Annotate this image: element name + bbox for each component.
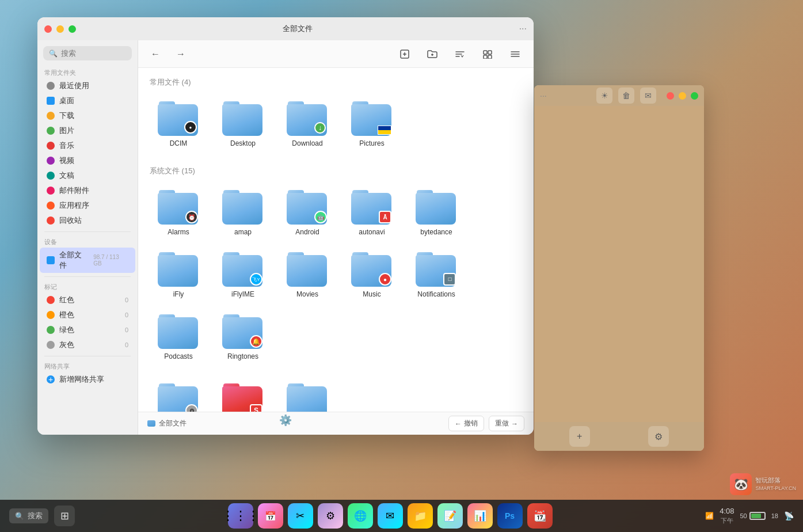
sticky-delete-button[interactable]: 🗑 <box>618 88 634 104</box>
sidebar-tag-gray[interactable]: 灰色 0 <box>40 337 135 352</box>
folder-autonavi[interactable]: Ā autonavi <box>343 185 401 241</box>
taskbar-multiwindow-button[interactable]: ⊞ <box>54 506 75 526</box>
search-box[interactable]: 🔍 <box>43 46 132 60</box>
sticky-dots[interactable]: ··· <box>540 91 547 100</box>
folder-iflyime[interactable]: 飞Y iFlyIME <box>214 248 272 303</box>
folder-desktop-icon <box>222 101 264 136</box>
forward-button[interactable]: → <box>173 46 189 62</box>
folder-bytedance-label: bytedance <box>420 228 452 236</box>
sidebar-label-trash: 回收站 <box>59 215 82 226</box>
dock-app-files[interactable]: 📁 <box>408 503 433 529</box>
new-folder-button[interactable] <box>423 45 442 63</box>
taskbar-search-label: 搜索 <box>28 511 43 521</box>
sidebar-tag-red[interactable]: 红色 0 <box>40 292 135 307</box>
folder-autonavi-label: autonavi <box>359 228 385 236</box>
dock-app-messenger[interactable]: ✉ <box>378 503 403 529</box>
more-options-icon[interactable]: ··· <box>519 24 527 34</box>
folder-extra3-icon <box>287 383 328 412</box>
svg-rect-3 <box>484 55 487 59</box>
sidebar-item-pictures[interactable]: 图片 <box>40 123 135 138</box>
dock-app-notes[interactable]: 📝 <box>437 503 463 529</box>
sidebar-tag-green[interactable]: 绿色 0 <box>40 322 135 337</box>
sidebar-section-device: 设备 <box>37 235 138 248</box>
folder-podcasts-label: Podcasts <box>164 352 192 360</box>
sidebar-tag-orange[interactable]: 橙色 0 <box>40 307 135 322</box>
dock-app-calendar[interactable]: 📅 <box>258 503 283 529</box>
folder-download[interactable]: ↓ Download <box>279 97 336 152</box>
folder-dcim[interactable]: ● DCIM <box>150 97 207 152</box>
sticky-add-button[interactable]: + <box>569 426 590 447</box>
folder-podcasts[interactable]: Podcasts <box>150 310 207 365</box>
sidebar-item-music[interactable]: 音乐 <box>40 138 135 153</box>
close-button[interactable] <box>44 25 52 33</box>
sticky-min[interactable] <box>679 92 686 100</box>
trash-icon <box>47 216 55 225</box>
new-file-button[interactable] <box>395 45 414 63</box>
dock-app-capture[interactable]: ✂ <box>288 503 313 529</box>
folder-bytedance[interactable]: bytedance <box>408 185 465 241</box>
music-icon <box>47 142 55 150</box>
titlebar: 全部文件 ··· <box>37 17 534 40</box>
folder-amap[interactable]: amap <box>214 185 272 241</box>
path-label: 全部文件 <box>159 419 187 428</box>
redo-button[interactable]: 重做 → <box>489 416 524 431</box>
dock-app-settings[interactable]: ⚙ <box>318 503 343 529</box>
minimize-button[interactable] <box>56 25 64 33</box>
sidebar-item-email-attachments[interactable]: 邮件附件 <box>40 183 135 198</box>
folder-extra2[interactable]: S <box>214 379 272 412</box>
alarms-badge: ⏰ <box>185 211 198 223</box>
tag-orange-icon <box>47 311 55 319</box>
folder-extra1-icon: ⚙ <box>158 383 199 412</box>
watermark-brand: 智玩部落 <box>755 476 796 485</box>
folder-pictures[interactable]: Pictures <box>343 97 401 152</box>
sticky-content-area <box>534 106 704 422</box>
search-input[interactable] <box>61 49 126 58</box>
sidebar-item-recent[interactable]: 最近使用 <box>40 78 135 93</box>
folder-movies[interactable]: Movies <box>279 248 336 303</box>
maximize-button[interactable] <box>68 25 76 33</box>
sidebar-add-network[interactable]: + 新增网络共享 <box>40 372 135 387</box>
folder-android-label: Android <box>295 228 319 236</box>
folder-ifly[interactable]: iFly <box>150 248 207 303</box>
sidebar-item-video[interactable]: 视频 <box>40 153 135 168</box>
sidebar-item-trash[interactable]: 回收站 <box>40 213 135 228</box>
dcim-badge: ● <box>184 121 197 134</box>
sticky-light-button[interactable]: ☀ <box>596 88 612 104</box>
extra2-badge: S <box>250 404 262 412</box>
folder-android[interactable]: 🤖 Android <box>279 185 336 241</box>
sidebar-section-tags: 标记 <box>37 280 138 292</box>
taskbar-search[interactable]: 🔍 搜索 <box>9 508 48 523</box>
back-button[interactable]: ← <box>147 46 163 62</box>
sidebar-item-documents[interactable]: 文稿 <box>40 168 135 183</box>
folder-music[interactable]: ● Music <box>343 248 401 303</box>
folder-notifications[interactable]: ☐ Notifications <box>408 248 465 303</box>
view-toggle-button[interactable] <box>478 45 497 63</box>
folder-desktop[interactable]: Desktop <box>214 97 272 152</box>
sort-button[interactable] <box>451 45 469 63</box>
sidebar-item-all-files[interactable]: 全部文件 98.7 / 113 GB <box>40 248 135 273</box>
dock-app-tasks[interactable]: 📆 <box>527 503 553 529</box>
dock-app-launcher[interactable]: ⋮⋮⋮ <box>228 503 253 529</box>
dock-app-office[interactable]: 📊 <box>467 503 493 529</box>
dock-app-browser[interactable]: 🌐 <box>348 503 373 529</box>
folder-extra3[interactable] <box>279 379 336 412</box>
folder-alarms[interactable]: ⏰ Alarms <box>150 185 207 241</box>
sticky-settings-button[interactable]: ⚙ <box>648 426 669 447</box>
folder-ifly-label: iFly <box>173 290 184 298</box>
music-badge: ● <box>379 273 391 286</box>
sticky-max[interactable] <box>691 92 698 100</box>
folder-ringtones[interactable]: 🔔 Ringtones <box>214 310 272 365</box>
sidebar-label-gray: 灰色 <box>59 340 74 350</box>
sidebar-item-apps[interactable]: 应用程序 <box>40 198 135 213</box>
sidebar-label-email: 邮件附件 <box>59 185 89 196</box>
battery-percent: 50 <box>740 512 747 519</box>
dock-app-photoshop[interactable]: Ps <box>497 503 523 529</box>
sidebar-item-download[interactable]: 下载 <box>40 108 135 123</box>
list-view-button[interactable] <box>506 45 524 63</box>
sticky-close[interactable] <box>667 92 674 100</box>
undo-button[interactable]: ← 撤销 <box>448 416 484 431</box>
folder-extra1[interactable]: ⚙ <box>150 379 207 412</box>
folder-pictures-label: Pictures <box>359 139 384 147</box>
sticky-send-button[interactable]: ✉ <box>640 88 656 104</box>
sidebar-item-desktop[interactable]: 桌面 <box>40 93 135 108</box>
